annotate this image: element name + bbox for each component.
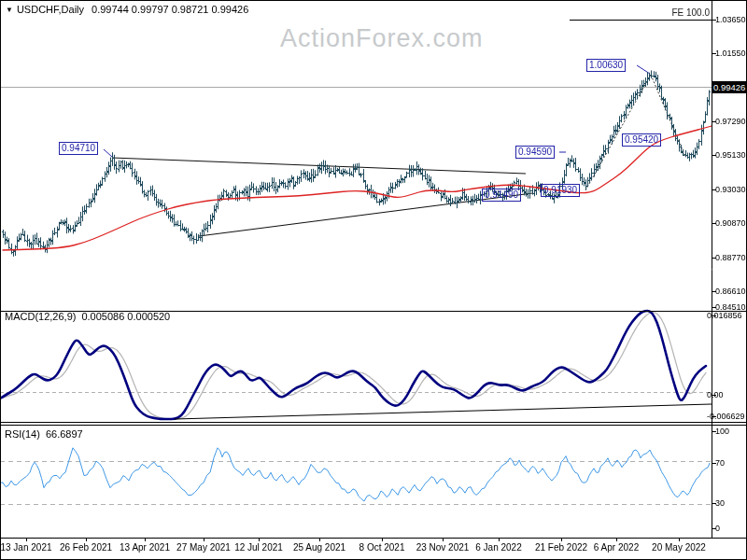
- price-axis-label: 0.97290: [715, 117, 746, 126]
- price-axis-label: 0.95130: [715, 150, 746, 160]
- rsi-indicator-name: RSI(14): [5, 428, 40, 440]
- macd-panel-label: MACD(12,26,9)0.005086 0.000520: [5, 311, 170, 322]
- price-axis-label: 1.01550: [715, 49, 746, 58]
- rsi-axis-label: 0: [715, 524, 720, 533]
- date-label: 13 Jan 2021: [0, 542, 51, 553]
- fe-level-label: FE 100.0: [644, 7, 710, 18]
- price-annotation: 1.00630: [586, 59, 626, 72]
- rsi-panel-label: RSI(14)66.6897: [5, 428, 83, 440]
- price-axis-label: 1.03650: [715, 15, 746, 24]
- date-label: 21 Feb 2022: [535, 542, 587, 553]
- macd-axis-label: 0.016856: [707, 311, 742, 320]
- price-axis-label: 0.93030: [715, 185, 746, 194]
- macd-axis-label: 0.00: [707, 390, 724, 399]
- rsi-indicator-value: 66.6897: [46, 428, 83, 440]
- date-label: 23 Nov 2021: [416, 542, 470, 553]
- chart-title: ▼USDCHF,Daily0.99744 0.99797 0.98721 0.9…: [6, 4, 248, 15]
- price-annotation: 0.94590: [515, 146, 555, 159]
- ohlc-values: 0.99744 0.99797 0.98721 0.99426: [92, 4, 248, 15]
- chart-window: ActionForex.com ▼USDCHF,Daily0.99744 0.9…: [0, 0, 747, 560]
- symbol-timeframe-label: USDCHF,Daily: [17, 4, 84, 15]
- macd-indicator-name: MACD(12,26,9): [5, 311, 76, 322]
- date-label: 27 May 2021: [176, 542, 231, 553]
- date-label: 13 Apr 2021: [120, 542, 170, 553]
- macd-indicator-values: 0.005086 0.000520: [81, 311, 170, 322]
- chart-canvas: [0, 0, 747, 560]
- rsi-axis-label: 70: [715, 458, 725, 468]
- chevron-down-icon[interactable]: ▼: [6, 6, 13, 14]
- date-label: 12 Jul 2021: [234, 542, 283, 553]
- current-price-tag: 0.99426: [712, 81, 747, 93]
- date-label: 25 Aug 2021: [293, 542, 345, 553]
- price-axis-label: 0.88770: [715, 253, 746, 262]
- date-label: 6 Apr 2022: [594, 542, 639, 553]
- price-annotation: 0.94710: [59, 142, 98, 155]
- date-label: 26 Feb 2021: [60, 542, 112, 553]
- price-annotation: 0.95420: [622, 133, 661, 147]
- macd-axis-label: -0.006629: [707, 412, 745, 421]
- price-annotation: 0.91930: [541, 184, 580, 197]
- date-label: 20 May 2022: [652, 542, 706, 553]
- date-label: 8 Oct 2021: [359, 542, 405, 553]
- rsi-axis-label: 100: [715, 427, 729, 436]
- date-label: 6 Jan 2022: [475, 542, 522, 553]
- price-annotation: 0.91490: [482, 189, 521, 202]
- rsi-axis-label: 30: [715, 498, 725, 508]
- price-axis-label: 0.86610: [715, 287, 746, 296]
- price-axis-label: 0.90870: [715, 218, 746, 228]
